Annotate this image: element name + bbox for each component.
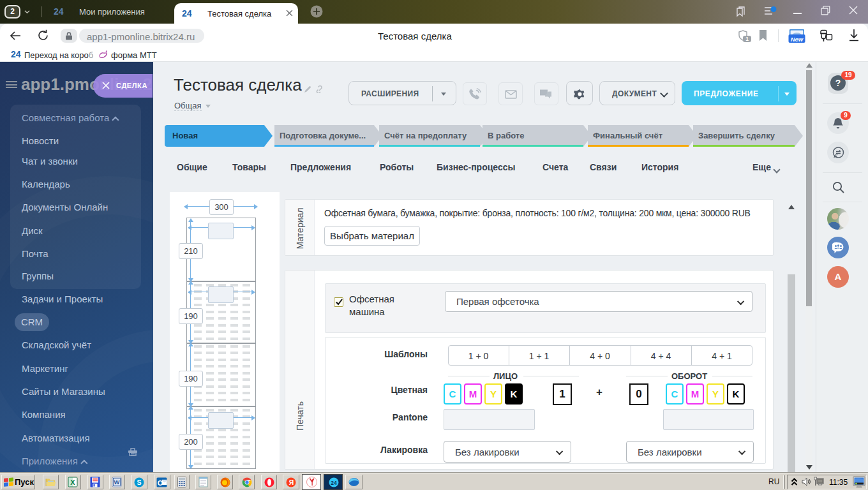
svg-text:X: X bbox=[70, 479, 75, 486]
svg-text:O: O bbox=[158, 479, 163, 486]
svg-text:Я: Я bbox=[289, 479, 294, 486]
svg-text:1: 1 bbox=[745, 36, 749, 42]
svg-text:24: 24 bbox=[331, 480, 337, 486]
svg-text:W: W bbox=[114, 479, 120, 486]
svg-text:New: New bbox=[791, 36, 804, 43]
svg-text:S: S bbox=[137, 479, 141, 486]
